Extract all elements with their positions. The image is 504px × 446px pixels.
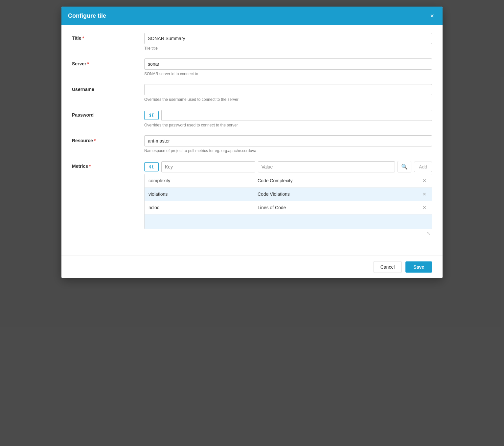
password-label: Password (72, 110, 144, 118)
metrics-variable-button[interactable]: ${ (144, 162, 159, 171)
server-required-star: * (87, 61, 89, 66)
title-input[interactable] (144, 33, 432, 44)
metrics-value-2: Code Violations (258, 191, 421, 197)
username-field: Overrides the username used to connect t… (144, 84, 432, 102)
resource-field: Namespace of project to pull metrics for… (144, 135, 432, 153)
metrics-item-2: violations Code Violations ✕ (145, 188, 432, 201)
metrics-empty-row (145, 214, 432, 229)
metrics-key-input[interactable] (161, 161, 255, 172)
username-label: Username (72, 84, 144, 92)
metrics-value-input[interactable] (258, 161, 395, 172)
server-input[interactable] (144, 58, 432, 70)
password-variable-button[interactable]: ${ (144, 111, 159, 120)
cancel-button[interactable]: Cancel (374, 261, 402, 273)
metrics-add-button[interactable]: Add (414, 162, 432, 172)
server-row: Server* SONAR server id to connect to (72, 58, 432, 76)
title-required-star: * (82, 35, 84, 41)
title-label: Title* (72, 33, 144, 41)
search-icon: 🔍 (401, 164, 408, 170)
metrics-remove-1[interactable]: ✕ (421, 177, 428, 184)
title-row: Title* Tile title (72, 33, 432, 51)
metrics-required-star: * (89, 164, 91, 169)
metrics-item-1: complexity Code Complexity ✕ (145, 174, 432, 188)
metrics-key-2: violations (149, 191, 258, 197)
resource-row: Resource* Namespace of project to pull m… (72, 135, 432, 153)
resource-required-star: * (94, 138, 96, 143)
metrics-remove-2[interactable]: ✕ (421, 191, 428, 197)
server-label: Server* (72, 58, 144, 66)
metrics-remove-3[interactable]: ✕ (421, 204, 428, 211)
metrics-key-1: complexity (149, 178, 258, 183)
modal-body: Title* Tile title Server* SONAR server i… (61, 25, 443, 253)
resource-label: Resource* (72, 135, 144, 143)
metrics-value-3: Lines of Code (258, 205, 421, 210)
metrics-search-button[interactable]: 🔍 (398, 161, 411, 172)
password-input[interactable] (161, 110, 432, 121)
username-row: Username Overrides the username used to … (72, 84, 432, 102)
title-hint: Tile title (144, 46, 432, 51)
modal-overlay: Configure tile × Title* Tile title Serve… (0, 0, 504, 446)
metrics-area: ${ 🔍 Add complexity Code Complexity ✕ (144, 161, 432, 237)
metrics-container: complexity Code Complexity ✕ violations … (144, 174, 432, 229)
modal-title: Configure tile (68, 12, 106, 19)
metrics-item-3: ncloc Lines of Code ✕ (145, 201, 432, 214)
username-hint: Overrides the username used to connect t… (144, 97, 432, 102)
save-button[interactable]: Save (405, 261, 432, 273)
metrics-input-row: ${ 🔍 Add (144, 161, 432, 172)
password-hint: Overrides the password used to connect t… (144, 123, 432, 127)
resize-handle[interactable]: ⤡ (144, 229, 432, 237)
modal-footer: Cancel Save (61, 256, 443, 278)
server-field: SONAR server id to connect to (144, 58, 432, 76)
resource-input[interactable] (144, 135, 432, 146)
metrics-label: Metrics* (72, 161, 144, 169)
resize-icon: ⤡ (427, 231, 431, 236)
password-input-row: ${ (144, 110, 432, 121)
metrics-key-3: ncloc (149, 205, 258, 210)
username-input[interactable] (144, 84, 432, 95)
close-button[interactable]: × (428, 12, 436, 20)
resource-hint: Namespace of project to pull metrics for… (144, 148, 432, 153)
configure-tile-modal: Configure tile × Title* Tile title Serve… (61, 7, 443, 278)
title-field: Tile title (144, 33, 432, 51)
password-field-with-icon: ${ Overrides the password used to connec… (144, 110, 432, 127)
modal-header: Configure tile × (61, 7, 443, 25)
password-row: Password ${ Overrides the password used … (72, 110, 432, 127)
metrics-value-1: Code Complexity (258, 178, 421, 183)
server-hint: SONAR server id to connect to (144, 72, 432, 76)
metrics-row: Metrics* ${ 🔍 Add complexity (72, 161, 432, 237)
